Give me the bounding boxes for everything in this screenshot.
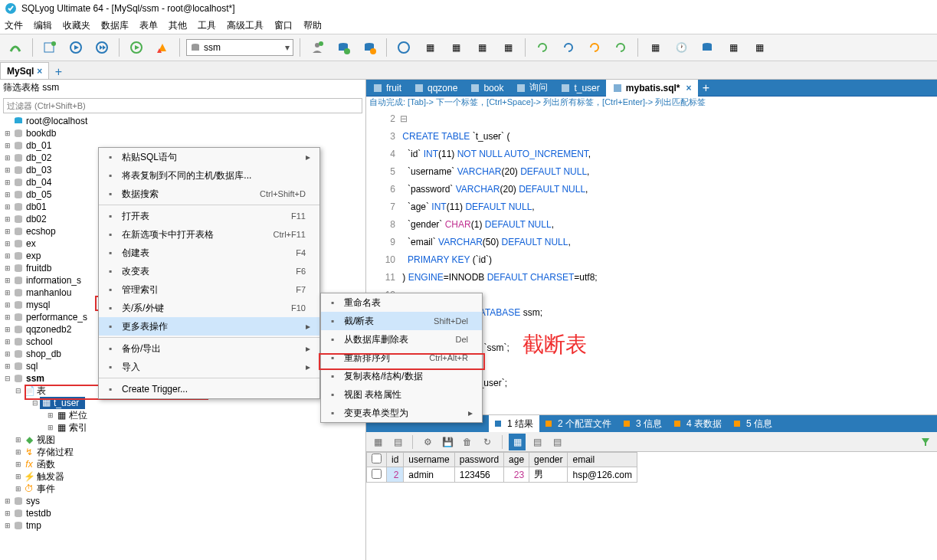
column-header[interactable]: age — [504, 453, 529, 467]
table-context-menu[interactable]: ▪粘贴SQL语句▸▪将表复制到不同的主机/数据库...▪数据搜索Ctrl+Shi… — [98, 147, 320, 399]
table-tool-4[interactable]: ▦ — [497, 37, 519, 58]
result-grid[interactable]: idusernamepasswordagegenderemail2admin12… — [366, 452, 937, 483]
menu-item[interactable]: ▪备份/导出▸ — [99, 339, 319, 358]
menu-item[interactable]: ▪数据搜索Ctrl+Shift+D — [99, 185, 319, 203]
tree-item[interactable]: ⊞tmp — [3, 519, 365, 532]
menu-item[interactable]: ▪视图 表格属性 — [321, 385, 482, 404]
funnel-icon[interactable] — [917, 434, 934, 450]
execute-button[interactable] — [65, 37, 87, 58]
editor-tab[interactable]: t_user — [554, 80, 605, 97]
sync-button[interactable] — [393, 37, 414, 58]
column-header[interactable]: username — [404, 453, 454, 467]
close-icon[interactable]: × — [37, 66, 42, 77]
new-connection-button[interactable] — [5, 37, 26, 58]
menu-item[interactable]: ▪在新选项卡中打开表格Ctrl+F11 — [99, 225, 319, 244]
menu-item[interactable]: ▪粘贴SQL语句▸ — [99, 148, 319, 166]
menu-item[interactable]: ▪复制表格/结构/数据 — [321, 367, 482, 385]
menu-item[interactable]: 工具 — [198, 19, 216, 32]
table-tool-2[interactable]: ▦ — [445, 37, 467, 58]
menu-item[interactable]: ▪打开表F11 — [99, 207, 319, 225]
text-view-button[interactable]: ▤ — [389, 434, 406, 450]
menu-item[interactable]: 文件 — [5, 19, 23, 32]
avatar-icon[interactable] — [306, 37, 328, 58]
menu-item[interactable]: ▪导入▸ — [99, 358, 319, 376]
menu-item[interactable]: ▪创建表F4 — [99, 244, 319, 262]
menu-item[interactable]: 高级工具 — [227, 19, 264, 32]
refresh-button[interactable] — [532, 37, 553, 58]
result-tab[interactable]: 3 信息 — [618, 415, 668, 432]
tree-item[interactable]: ⊞◆视图 — [3, 434, 365, 446]
user-manager-button[interactable] — [152, 37, 173, 58]
tree-item[interactable]: ⊞sys — [3, 495, 365, 507]
tree-item[interactable]: ⊞bookdb — [3, 127, 365, 139]
table-tool-1[interactable]: ▦ — [419, 37, 441, 58]
tree-item[interactable]: ⊞testdb — [3, 507, 365, 519]
result-tab[interactable]: 5 信息 — [728, 415, 778, 432]
menu-item[interactable]: 数据库 — [101, 19, 129, 32]
run-button[interactable] — [126, 37, 147, 58]
menu-item[interactable]: ▪从数据库删除表Del — [321, 330, 482, 349]
column-header[interactable]: email — [568, 453, 637, 467]
tree-item[interactable]: ⊞↯存储过程 — [3, 446, 365, 458]
tree-item[interactable]: ⊞fx函数 — [3, 458, 365, 470]
view-text-button[interactable]: ▤ — [549, 434, 565, 450]
menu-item[interactable]: ▪重新排序列Ctrl+Alt+R — [321, 349, 482, 367]
tree-item[interactable]: ⊞▦栏位 — [3, 409, 365, 421]
grid-view-button[interactable]: ▦ — [369, 434, 386, 450]
column-header[interactable]: password — [454, 453, 503, 467]
filter-button[interactable]: ⚙ — [419, 434, 436, 450]
add-tab-button[interactable]: + — [698, 81, 715, 95]
backup-button[interactable] — [359, 37, 380, 58]
menu-item[interactable]: ▪将表复制到不同的主机/数据库... — [99, 166, 319, 185]
db-refresh-button[interactable] — [696, 37, 718, 58]
tree-item[interactable]: root@localhost — [3, 115, 365, 127]
clock-button[interactable]: 🕐 — [670, 37, 692, 58]
tree-item[interactable]: ⊞⏱事件 — [3, 483, 365, 495]
refresh-3-button[interactable] — [584, 37, 605, 58]
database-selector[interactable]: ssm ▾ — [186, 39, 293, 56]
menu-item[interactable]: ▪重命名表 — [321, 293, 482, 312]
menu-item[interactable]: 帮助 — [303, 19, 322, 32]
refresh-4-button[interactable] — [610, 37, 631, 58]
editor-tab[interactable]: qqzone — [408, 80, 464, 97]
menu-item[interactable]: ▪更多表操作▸ — [99, 317, 319, 336]
editor-tab[interactable]: mybatis.sql*× — [606, 80, 698, 97]
menu-item[interactable]: ▪截/断表Shift+Del — [321, 312, 482, 330]
menu-item[interactable]: ▪改变表F6 — [99, 262, 319, 280]
result-tab[interactable]: 2 个配置文件 — [539, 415, 618, 432]
refresh-result-button[interactable]: ↻ — [479, 434, 496, 450]
menu-item[interactable]: ▪变更表单类型为▸ — [321, 404, 482, 422]
editor-tab[interactable]: book — [464, 80, 509, 97]
tree-item[interactable]: ⊞▦索引 — [3, 421, 365, 434]
more-table-ops-submenu[interactable]: ▪重命名表▪截/断表Shift+Del▪从数据库删除表Del▪重新排序列Ctrl… — [320, 293, 483, 423]
column-header[interactable]: id — [387, 453, 404, 467]
menu-item[interactable]: ▪Create Trigger... — [99, 380, 319, 398]
column-header[interactable]: gender — [529, 453, 568, 467]
result-tab[interactable]: 4 表数据 — [668, 415, 728, 432]
refresh-db-button[interactable] — [333, 37, 354, 58]
schema-button[interactable]: ▦ — [722, 37, 744, 58]
menu-item[interactable]: ▪管理索引F7 — [99, 280, 319, 299]
menu-item[interactable]: 编辑 — [34, 19, 52, 32]
save-button[interactable]: 💾 — [439, 434, 456, 450]
filter-input[interactable] — [3, 98, 362, 113]
view-grid-button[interactable]: ▦ — [509, 434, 526, 450]
menu-item[interactable]: 其他 — [169, 19, 187, 32]
editor-tab[interactable]: 询问 — [509, 80, 554, 97]
menu-item[interactable]: ▪关/系/外键F10 — [99, 299, 319, 317]
execute-all-button[interactable] — [91, 37, 113, 58]
refresh-2-button[interactable] — [558, 37, 579, 58]
add-connection-button[interactable]: + — [49, 65, 67, 79]
tree-item[interactable]: ⊞⚡触发器 — [3, 470, 365, 483]
result-tab[interactable]: 1 结果 — [489, 415, 539, 432]
new-query-button[interactable] — [39, 37, 61, 58]
menu-item[interactable]: 收藏夹 — [63, 19, 90, 32]
menu-item[interactable]: 表单 — [139, 19, 158, 32]
menu-item[interactable]: 窗口 — [274, 19, 293, 32]
delete-row-button[interactable]: 🗑 — [459, 434, 476, 450]
row-checkbox[interactable] — [372, 469, 382, 479]
grid-button[interactable]: ▦ — [644, 37, 666, 58]
layout-button[interactable]: ▦ — [749, 37, 770, 58]
select-all-checkbox[interactable] — [372, 454, 382, 463]
connection-tab-mysql[interactable]: MySql × — [0, 62, 49, 79]
